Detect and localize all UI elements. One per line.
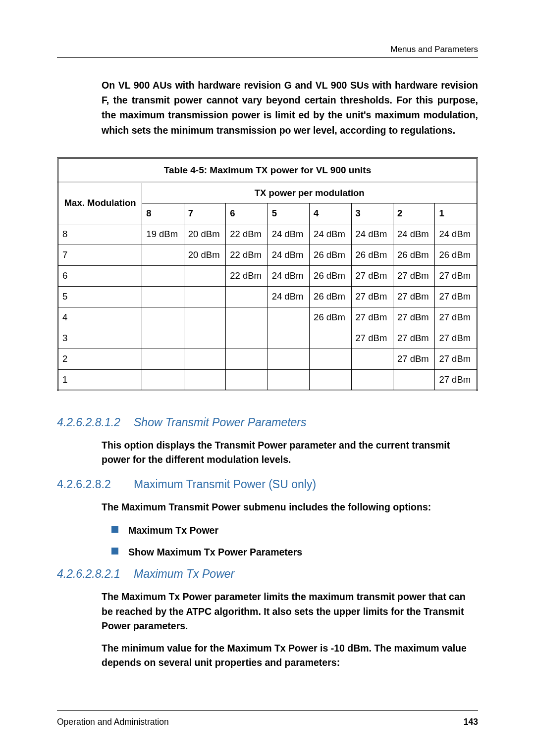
table-row: 127 dBm — [58, 369, 478, 390]
col-header-maxmod: Max. Modulation — [58, 182, 142, 224]
table-cell: 27 dBm — [351, 328, 393, 349]
list-item: Show Maximum Tx Power Parameters — [111, 546, 478, 558]
table-cell — [184, 328, 225, 349]
table-cell: 24 dBm — [268, 265, 309, 286]
page-number: 143 — [464, 717, 478, 727]
table-cell — [268, 349, 309, 369]
table-cell: 27 dBm — [393, 349, 434, 369]
col-header-span: TX power per modulation — [142, 182, 478, 203]
table-cell: 22 dBm — [226, 245, 268, 265]
table-cell: 26 dBm — [310, 245, 351, 265]
table-cell: 24 dBm — [310, 224, 351, 245]
table-cell: 27 dBm — [393, 286, 434, 307]
list-item: Maximum Tx Power — [111, 524, 478, 537]
heading-show-tx-params: 4.2.6.2.8.1.2Show Transmit Power Paramet… — [57, 416, 478, 429]
row-header: 3 — [58, 328, 142, 349]
row-header: 8 — [58, 224, 142, 245]
footer-rule — [57, 710, 478, 711]
table-cell — [310, 369, 351, 390]
table-cell: 24 dBm — [268, 224, 309, 245]
col-header: 1 — [435, 203, 478, 224]
table-cell — [226, 307, 268, 328]
table-cell — [184, 307, 225, 328]
table-cell: 24 dBm — [268, 245, 309, 265]
table-cell: 20 dBm — [184, 245, 225, 265]
col-header: 7 — [184, 203, 225, 224]
table-cell — [142, 286, 184, 307]
table-row: 720 dBm22 dBm24 dBm26 dBm26 dBm26 dBm26 … — [58, 245, 478, 265]
submenu-options-list: Maximum Tx Power Show Maximum Tx Power P… — [111, 524, 478, 559]
table-row: 227 dBm27 dBm — [58, 349, 478, 369]
col-header: 4 — [310, 203, 351, 224]
table-cell — [310, 328, 351, 349]
col-header: 2 — [393, 203, 434, 224]
table-cell: 27 dBm — [393, 265, 434, 286]
table-cell: 24 dBm — [268, 286, 309, 307]
table-cell — [268, 369, 309, 390]
col-header: 5 — [268, 203, 309, 224]
table-cell: 26 dBm — [310, 307, 351, 328]
section-number: 4.2.6.2.8.2.1 — [57, 567, 134, 581]
paragraph: The minimum value for the Maximum Tx Pow… — [102, 641, 478, 670]
table-cell: 24 dBm — [435, 224, 478, 245]
table-cell — [142, 245, 184, 265]
table-cell: 20 dBm — [184, 224, 225, 245]
row-header: 2 — [58, 349, 142, 369]
table-cell: 27 dBm — [435, 349, 478, 369]
heading-max-tx-power: 4.2.6.2.8.2.1Maximum Tx Power — [57, 567, 478, 581]
table-row: 426 dBm27 dBm27 dBm27 dBm — [58, 307, 478, 328]
table-cell: 26 dBm — [351, 245, 393, 265]
row-header: 5 — [58, 286, 142, 307]
table-caption: Table 4-5: Maximum TX power for VL 900 u… — [57, 157, 478, 182]
table-cell: 27 dBm — [435, 265, 478, 286]
table-row: 327 dBm27 dBm27 dBm — [58, 328, 478, 349]
table-cell — [351, 369, 393, 390]
table-cell: 24 dBm — [351, 224, 393, 245]
table-cell: 27 dBm — [351, 265, 393, 286]
table-cell: 19 dBm — [142, 224, 184, 245]
table-cell — [184, 265, 225, 286]
header-rule — [57, 57, 478, 58]
paragraph: The Maximum Transmit Power submenu inclu… — [102, 500, 478, 514]
table-cell — [142, 307, 184, 328]
table-cell — [310, 349, 351, 369]
table-cell: 22 dBm — [226, 265, 268, 286]
table-cell: 24 dBm — [393, 224, 434, 245]
table-row: 524 dBm26 dBm27 dBm27 dBm27 dBm — [58, 286, 478, 307]
table-cell: 27 dBm — [435, 369, 478, 390]
table-cell — [226, 349, 268, 369]
table-cell: 27 dBm — [393, 328, 434, 349]
page-footer: Operation and Administration 143 — [57, 710, 478, 727]
table-cell — [142, 328, 184, 349]
table-cell — [268, 307, 309, 328]
row-header: 7 — [58, 245, 142, 265]
table-cell: 26 dBm — [310, 265, 351, 286]
intro-paragraph: On VL 900 AUs with hardware revision G a… — [102, 78, 478, 138]
section-number: 4.2.6.2.8.2 — [57, 478, 134, 491]
table-cell: 26 dBm — [393, 245, 434, 265]
table-cell — [226, 369, 268, 390]
table-cell — [142, 265, 184, 286]
table-cell: 27 dBm — [435, 328, 478, 349]
table-cell: 27 dBm — [435, 307, 478, 328]
heading-max-tx-power-su: 4.2.6.2.8.2Maximum Transmit Power (SU on… — [57, 478, 478, 491]
table-cell: 26 dBm — [435, 245, 478, 265]
table-cell: 27 dBm — [393, 307, 434, 328]
running-header: Menus and Parameters — [57, 45, 478, 54]
footer-text: Operation and Administration — [57, 717, 169, 727]
paragraph: The Maximum Tx Power parameter limits th… — [102, 590, 478, 633]
table-cell — [226, 286, 268, 307]
table-cell — [184, 286, 225, 307]
section-title: Maximum Tx Power — [134, 567, 234, 580]
table-cell — [142, 369, 184, 390]
section-title: Maximum Transmit Power (SU only) — [134, 478, 316, 491]
table-cell: 22 dBm — [226, 224, 268, 245]
col-header: 8 — [142, 203, 184, 224]
paragraph: This option displays the Transmit Power … — [102, 438, 478, 467]
section-title: Show Transmit Power Parameters — [134, 416, 307, 429]
table-cell — [351, 349, 393, 369]
table-cell — [184, 349, 225, 369]
table-cell: 27 dBm — [351, 307, 393, 328]
table-row: 622 dBm24 dBm26 dBm27 dBm27 dBm27 dBm — [58, 265, 478, 286]
table-cell: 27 dBm — [435, 286, 478, 307]
